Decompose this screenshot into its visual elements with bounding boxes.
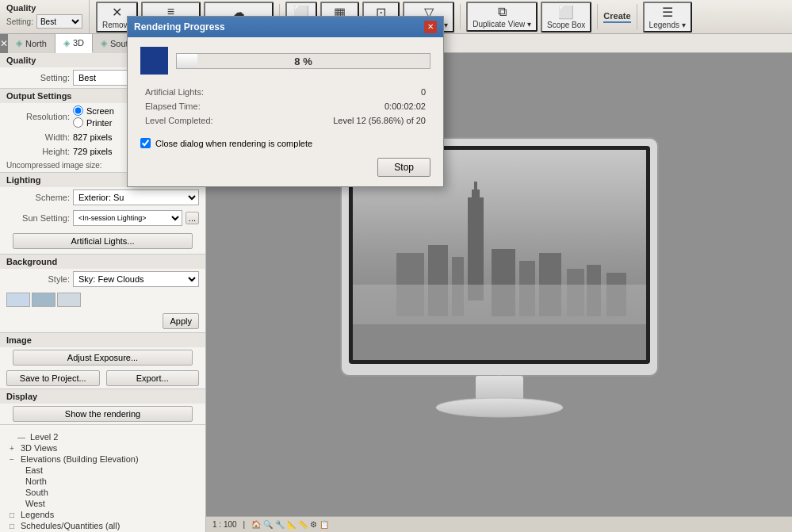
close-dialog-checkbox[interactable] — [140, 138, 151, 148]
schedules-label: Schedules/Quantities (all) — [21, 521, 120, 530]
tab-3d-label: 3D — [73, 38, 84, 48]
scheme-select[interactable]: Exterior: Su — [73, 189, 199, 205]
3dviews-label: 3D Views — [21, 443, 57, 453]
show-rendering-row: Show the rendering — [0, 404, 205, 424]
south-label: South — [25, 488, 48, 497]
resolution-options: Screen Printer — [73, 105, 114, 128]
progress-color-box — [140, 47, 168, 75]
height-value: 729 pixels — [73, 147, 113, 156]
scope-box-button[interactable]: ⬜ Scope Box — [541, 2, 591, 33]
tab-north-icon: ◈ — [16, 38, 22, 48]
tree-item-legends[interactable]: □ Legends — [0, 509, 205, 520]
scope-box-icon: ⬜ — [558, 5, 574, 20]
scheme-label: Scheme: — [6, 193, 70, 202]
elevations-label: Elevations (Building Elevation) — [21, 454, 139, 464]
elapsed-row: Elapsed Time: 0:00:02:02 — [142, 100, 429, 113]
quality-setting-select[interactable]: BestHighMediumLowDraft — [36, 14, 82, 29]
tree-item-level2[interactable]: — Level 2 — [0, 431, 205, 442]
sun-setting-select[interactable]: <In-session Lighting> — [73, 210, 182, 226]
progress-bar-fill — [177, 54, 197, 68]
elapsed-label: Elapsed Time: — [142, 100, 264, 113]
tree-item-3dviews[interactable]: + 3D Views — [0, 442, 205, 454]
width-value: 827 pixels — [73, 132, 113, 142]
style-select[interactable]: Sky: Few CloudsSky: CloudySky: ClearColo… — [73, 271, 199, 287]
save-project-btn[interactable]: Save to Project... — [6, 370, 100, 386]
height-label: Height: — [6, 147, 70, 156]
tab-north[interactable]: ◈ North — [8, 34, 55, 53]
expand-schedules: □ — [6, 522, 17, 530]
tree-item-north[interactable]: North — [0, 476, 205, 487]
printer-label: Printer — [86, 118, 112, 128]
create-label: Create — [603, 11, 630, 21]
display-header: Display — [0, 389, 205, 404]
svg-point-20 — [436, 398, 563, 417]
tab-3d[interactable]: ◈ 3D — [55, 34, 93, 53]
legends-icon: ☰ — [662, 5, 673, 20]
display-section: Display Show the rendering — [0, 389, 205, 425]
level-label: Level Completed: — [142, 114, 264, 127]
dialog-title: Rendering Progress — [134, 21, 225, 33]
legends-button[interactable]: ☰ Legends ▾ — [643, 2, 692, 33]
tab-south-icon: ◈ — [101, 38, 107, 48]
tree-item-south[interactable]: South — [0, 487, 205, 498]
separator-2 — [460, 4, 461, 29]
tree-item-schedules[interactable]: □ Schedules/Quantities (all) — [0, 520, 205, 531]
artificial-lights-row: Artificial Lights... — [0, 228, 205, 254]
close-view-btn[interactable]: ✕ — [0, 38, 8, 49]
expand-elevations: − — [6, 455, 17, 464]
progress-percent: 8 % — [294, 55, 312, 67]
sun-setting-row: Sun Setting: <In-session Lighting> ... — [0, 208, 205, 228]
quality-label: Quality Setting: BestHighMediumLowDraft — [0, 0, 90, 33]
close-dialog-row: Close dialog when rendering is complete — [140, 138, 430, 148]
apply-row: Apply — [0, 310, 205, 332]
adjust-exposure-btn[interactable]: Adjust Exposure... — [13, 350, 193, 366]
swatch-1 — [6, 293, 30, 307]
tree-item-east[interactable]: East — [0, 465, 205, 476]
dialog-close-btn[interactable]: ✕ — [424, 21, 437, 33]
west-label: West — [25, 499, 45, 508]
screen-radio[interactable] — [73, 105, 83, 116]
tab-3d-icon: ◈ — [63, 38, 70, 48]
background-section: Background Style: Sky: Few CloudsSky: Cl… — [0, 255, 205, 333]
adjust-exposure-row: Adjust Exposure... — [0, 347, 205, 368]
svg-rect-6 — [474, 182, 477, 193]
setting-label: Setting: — [6, 73, 70, 82]
expand-3dviews: + — [6, 444, 17, 453]
scale-label: 1 : 100 — [212, 520, 237, 529]
east-label: East — [25, 465, 43, 475]
level-value: Level 12 (56.86%) of 20 — [266, 114, 429, 127]
scheme-row: Scheme: Exterior: Su — [0, 187, 205, 208]
apply-btn[interactable]: Apply — [163, 313, 199, 329]
uncompressed-label: Uncompressed image size: — [6, 161, 102, 170]
duplicate-view-button[interactable]: ⧉ Duplicate View ▾ — [466, 2, 538, 32]
artificial-lights-label: Artificial Lights: — [142, 86, 264, 98]
svg-rect-17 — [353, 324, 646, 360]
swatch-3 — [57, 293, 81, 307]
expand-level2: — — [16, 433, 27, 442]
screen-option-row: Screen — [73, 105, 114, 116]
sun-extra-btn[interactable]: ... — [186, 212, 199, 224]
swatch-2 — [32, 293, 55, 307]
show-rendering-btn[interactable]: Show the rendering — [13, 406, 193, 422]
dialog-info-table: Artificial Lights: 0 Elapsed Time: 0:00:… — [140, 84, 430, 128]
resolution-label: Resolution: — [6, 112, 70, 121]
tab-north-label: North — [25, 39, 47, 48]
elapsed-value: 0:00:02:02 — [266, 100, 429, 113]
rendering-dialog[interactable]: Rendering Progress ✕ 8 % Artificial Ligh… — [127, 16, 444, 187]
style-label: Style: — [6, 274, 70, 284]
progress-bar-wrapper: 8 % — [176, 53, 430, 69]
level-row: Level Completed: Level 12 (56.86%) of 20 — [142, 114, 429, 127]
status-icons: 🏠 🔍 🔧 📐 📏 ⚙ 📋 — [251, 520, 329, 529]
artificial-lights-value: 0 — [266, 86, 429, 98]
tree-item-west[interactable]: West — [0, 498, 205, 509]
width-label: Width: — [6, 132, 70, 142]
export-btn[interactable]: Export... — [106, 370, 200, 386]
image-section: Image Adjust Exposure... Save to Project… — [0, 333, 205, 389]
duplicate-icon: ⧉ — [498, 5, 507, 19]
stop-btn[interactable]: Stop — [377, 158, 430, 177]
artificial-lights-btn[interactable]: Artificial Lights... — [13, 233, 193, 249]
tree-item-elevations[interactable]: − Elevations (Building Elevation) — [0, 454, 205, 465]
progress-container: 8 % — [140, 47, 430, 75]
background-header: Background — [0, 255, 205, 269]
printer-radio[interactable] — [73, 117, 83, 128]
